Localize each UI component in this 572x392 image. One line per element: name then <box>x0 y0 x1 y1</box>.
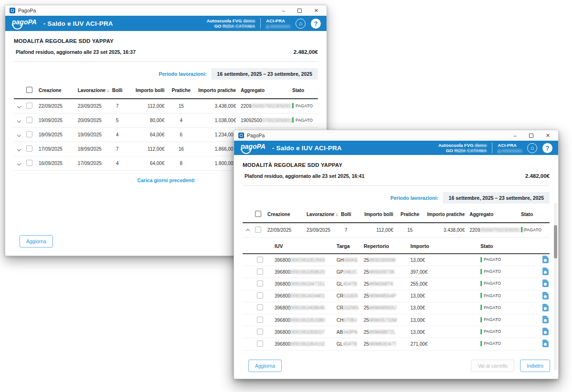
subtable-row: 3968000091963352659GH566KE25M0933000M13,… <box>243 254 550 266</box>
collapse-chevron-icon[interactable] <box>246 228 250 232</box>
expand-chevron-icon[interactable] <box>17 147 21 151</box>
maximize-icon[interactable] <box>297 9 302 13</box>
help-icon[interactable]: ? <box>311 19 321 29</box>
cell-targa: CR332MS <box>337 305 364 310</box>
col-creazione[interactable]: Creazione <box>267 212 306 217</box>
col-lavorazione[interactable]: Lavorazione ↓ <box>78 88 109 93</box>
indietro-button[interactable]: Indietro <box>520 360 550 372</box>
row-checkbox[interactable] <box>257 340 263 347</box>
col-aggregato[interactable]: Aggregato <box>470 212 521 217</box>
plafond-value: 2.482,00€ <box>525 173 550 179</box>
col-importo-pratiche[interactable]: Importo pratiche <box>198 88 236 93</box>
periodo-value[interactable]: 16 settembre, 2025 – 23 settembre, 2025 <box>211 68 318 80</box>
redacted-text: M0930973K <box>369 269 395 275</box>
cell-lavorazione: 23/09/2025 <box>78 103 109 109</box>
table-header-row: Creazione Lavorazione ↓ Bolli Importo bo… <box>14 84 318 99</box>
redacted-text: 0091963358337 <box>290 330 325 335</box>
receipt-document-icon[interactable] <box>542 304 549 311</box>
receipt-document-icon[interactable] <box>542 316 549 323</box>
expand-chevron-icon[interactable] <box>17 119 21 123</box>
row-checkbox[interactable] <box>26 160 32 166</box>
row-checkbox[interactable] <box>257 304 263 310</box>
aggiorna-button[interactable]: Aggiorna <box>248 360 282 372</box>
periodo-value[interactable]: 16 settembre, 2025 – 23 settembre, 2025 <box>443 192 550 204</box>
row-checkbox[interactable] <box>257 257 263 263</box>
col-repertorio: Repertorio <box>364 243 410 249</box>
cell-targa: GL454TB <box>337 341 364 347</box>
row-checkbox[interactable] <box>257 329 263 335</box>
col-lavorazione[interactable]: Lavorazione ↓ <box>306 212 338 217</box>
redacted-text: RIZIA CATANIA <box>223 23 255 29</box>
table-row: 19/09/202520/09/2025580,00€41.038,00€190… <box>14 113 318 128</box>
col-importo-pratiche[interactable]: Importo pratiche <box>427 212 465 217</box>
close-icon[interactable]: ✕ <box>546 133 550 138</box>
col-stato[interactable]: Stato <box>292 88 318 93</box>
receipt-document-icon[interactable] <box>542 340 549 347</box>
aggiorna-button[interactable]: Aggiorna <box>20 235 53 248</box>
cell-stato: PAGATO <box>480 317 542 323</box>
row-checkbox[interactable] <box>257 268 263 275</box>
expand-chevron-icon[interactable] <box>17 104 21 108</box>
row-checkbox[interactable] <box>257 292 263 299</box>
home-icon[interactable]: ⌂ <box>527 143 537 153</box>
col-pratiche[interactable]: Pratiche <box>393 212 427 217</box>
receipt-document-icon[interactable] <box>542 292 549 299</box>
subtable-header-row: IUV Targa Repertorio Importo Stato <box>243 237 550 254</box>
col-bolli[interactable]: Bolli <box>338 212 354 217</box>
redacted-text: M0M48993U <box>369 305 396 310</box>
cell-repertorio: 25M0M48872L <box>364 330 410 335</box>
row-checkbox[interactable] <box>257 280 263 287</box>
home-icon[interactable]: ⌂ <box>296 19 306 29</box>
col-importo-bolli[interactable]: Importo bolli <box>125 88 164 93</box>
page-title: - Saldo e IUV ACI-PRA <box>272 144 342 152</box>
row-checkbox[interactable] <box>26 117 32 123</box>
col-creazione[interactable]: Creazione <box>39 88 78 93</box>
col-aggregato[interactable]: Aggregato <box>241 88 292 93</box>
minimize-icon[interactable]: – <box>514 133 517 138</box>
cell-importo: 13,00€ <box>410 305 480 310</box>
col-bolli[interactable]: Bolli <box>109 88 125 93</box>
col-stato[interactable]: Stato <box>521 212 550 217</box>
help-icon[interactable]: ? <box>542 143 552 153</box>
receipt-document-icon[interactable] <box>542 279 549 287</box>
cell-stato: PAGATO <box>480 329 542 335</box>
cell-pratiche: 15 <box>393 227 427 233</box>
cell-repertorio: 25M0M48993U <box>364 305 410 310</box>
row-checkbox[interactable] <box>26 131 32 137</box>
subtable-row: 3968000091963408645CR332MS25M0M48993U13,… <box>243 302 550 314</box>
redacted-text: 0091963352659 <box>290 258 325 263</box>
titlebar[interactable]: PagoPa – ✕ <box>234 130 558 141</box>
mode-title: MODALITÀ REGOLARE SDD YAPPAY <box>14 38 318 44</box>
row-checkbox[interactable] <box>257 317 263 323</box>
expand-chevron-icon[interactable] <box>17 133 21 137</box>
select-all-checkbox[interactable] <box>26 87 32 93</box>
minimize-icon[interactable]: – <box>282 8 285 13</box>
cell-pratiche: 4 <box>164 118 198 123</box>
receipt-document-icon[interactable] <box>542 256 549 263</box>
titlebar[interactable]: PagoPa – ✕ <box>5 5 327 16</box>
maximize-icon[interactable] <box>529 134 533 138</box>
cell-importo-pratiche: 1.038,00€ <box>198 118 236 123</box>
account-label: ACI-PRA g.xxxxxxxxx <box>266 18 290 29</box>
cell-targa: GL454TB <box>337 281 364 287</box>
cell-lavorazione: 18/09/2025 <box>78 146 109 152</box>
redacted-text: 454TB <box>343 281 357 287</box>
header-divider <box>260 18 261 29</box>
redacted-text: M0M35733M <box>369 318 397 323</box>
expand-chevron-icon[interactable] <box>17 162 21 165</box>
receipt-document-icon[interactable] <box>542 268 549 275</box>
scrollbar-thumb[interactable] <box>554 225 557 258</box>
col-importo-bolli[interactable]: Importo bolli <box>354 212 393 217</box>
vertical-scrollbar[interactable] <box>554 203 557 370</box>
col-targa: Targa <box>337 243 364 249</box>
close-icon[interactable]: ✕ <box>314 8 318 13</box>
vai-al-carrello-button[interactable]: Vai al carrello <box>471 360 514 372</box>
col-pratiche[interactable]: Pratiche <box>164 88 198 93</box>
select-all-checkbox[interactable] <box>255 211 261 217</box>
row-checkbox[interactable] <box>26 103 32 109</box>
row-checkbox[interactable] <box>255 227 261 233</box>
redacted-text: 0091963347151 <box>290 281 325 287</box>
row-checkbox[interactable] <box>26 145 32 152</box>
cell-aggregato: 220925000700230929173 <box>470 227 521 233</box>
receipt-document-icon[interactable] <box>542 328 549 335</box>
